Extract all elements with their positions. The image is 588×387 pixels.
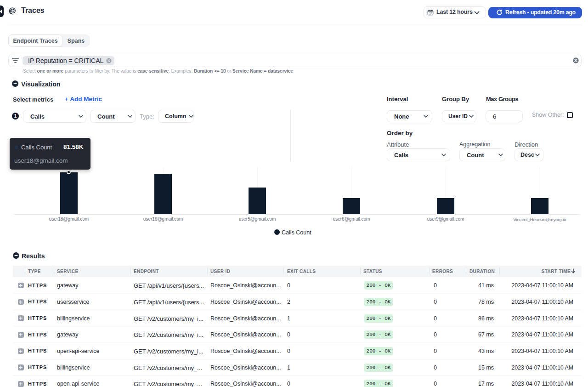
svg-text:1: 1 <box>14 114 17 119</box>
